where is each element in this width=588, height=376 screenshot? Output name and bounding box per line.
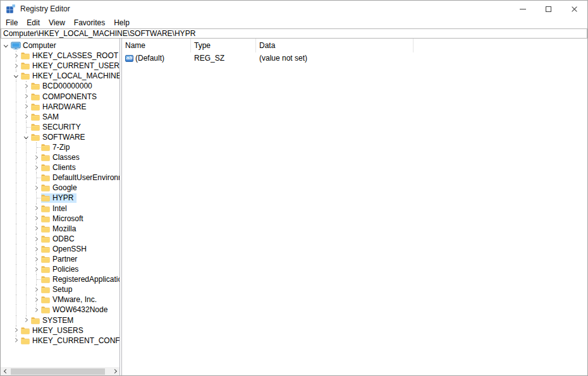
tree-item[interactable]: SAM xyxy=(1,112,119,122)
chevron-right-icon[interactable] xyxy=(23,114,29,120)
chevron-right-icon[interactable] xyxy=(33,154,39,161)
expander-slot[interactable] xyxy=(31,284,41,294)
menu-help[interactable]: Help xyxy=(109,17,134,28)
tree-item[interactable]: Mozilla xyxy=(1,224,119,234)
column-header-data[interactable]: Data xyxy=(256,39,413,52)
tree-item[interactable]: SYSTEM xyxy=(1,315,119,325)
tree-item-content[interactable]: ODBC xyxy=(41,234,78,243)
expander-slot[interactable] xyxy=(31,203,41,214)
chevron-right-icon[interactable] xyxy=(33,306,39,313)
tree-horizontal-scrollbar[interactable] xyxy=(1,367,119,375)
scroll-right-button[interactable] xyxy=(111,367,119,375)
chevron-down-icon[interactable] xyxy=(13,73,19,79)
expander-slot[interactable] xyxy=(21,91,31,101)
tree-item-content[interactable]: Clients xyxy=(41,163,79,173)
chevron-right-icon[interactable] xyxy=(13,63,19,69)
menu-view[interactable]: View xyxy=(44,17,70,28)
minimize-button[interactable] xyxy=(510,1,536,17)
expander-slot[interactable] xyxy=(31,162,41,173)
tree-item-content[interactable]: HKEY_CURRENT_CONFIG xyxy=(21,336,120,345)
tree-item-content[interactable]: HKEY_CURRENT_USER xyxy=(21,61,120,71)
tree-item-content[interactable]: Microsoft xyxy=(41,214,87,223)
tree-item-content[interactable]: BCD00000000 xyxy=(31,82,95,91)
tree-item[interactable]: VMware, Inc. xyxy=(1,294,119,305)
chevron-right-icon[interactable] xyxy=(23,317,29,324)
expander-slot[interactable] xyxy=(31,224,41,234)
expander-slot[interactable] xyxy=(31,264,41,274)
chevron-right-icon[interactable] xyxy=(23,93,29,99)
tree-item[interactable]: HKEY_CLASSES_ROOT xyxy=(1,51,119,61)
tree-item-content[interactable]: DefaultUserEnvironment xyxy=(41,173,120,183)
tree-item[interactable]: RegisteredApplications xyxy=(1,274,119,284)
tree-item[interactable]: COMPONENTS xyxy=(1,91,119,101)
tree-item[interactable]: Intel xyxy=(1,203,119,214)
expander-slot[interactable] xyxy=(11,325,21,336)
expander-slot[interactable] xyxy=(21,132,31,142)
tree-item-content[interactable]: Google xyxy=(41,183,80,193)
chevron-right-icon[interactable] xyxy=(33,246,39,252)
tree-item-content[interactable]: SECURITY xyxy=(31,122,84,131)
chevron-right-icon[interactable] xyxy=(33,205,39,212)
expander-slot[interactable] xyxy=(31,305,41,315)
column-header-name[interactable]: Name xyxy=(122,39,191,52)
tree-item[interactable]: Clients xyxy=(1,162,119,173)
chevron-down-icon[interactable] xyxy=(3,42,9,49)
tree-item-content[interactable]: RegisteredApplications xyxy=(41,275,120,284)
chevron-right-icon[interactable] xyxy=(23,104,29,110)
menu-favorites[interactable]: Favorites xyxy=(70,17,109,28)
chevron-right-icon[interactable] xyxy=(33,215,39,222)
tree-item-content[interactable]: Partner xyxy=(41,255,80,264)
tree-item[interactable]: ODBC xyxy=(1,234,119,244)
chevron-right-icon[interactable] xyxy=(33,164,39,171)
tree-item[interactable]: Partner xyxy=(1,254,119,264)
tree-item-content[interactable]: SAM xyxy=(31,112,62,121)
close-button[interactable] xyxy=(561,1,587,17)
expander-slot[interactable] xyxy=(31,152,41,162)
tree-item[interactable]: Computer xyxy=(1,40,119,51)
expander-slot[interactable] xyxy=(21,81,31,91)
tree-item[interactable]: HKEY_USERS xyxy=(1,325,119,336)
tree-item-content[interactable]: HKEY_USERS xyxy=(21,325,87,335)
tree-item[interactable]: SOFTWARE xyxy=(1,132,119,142)
tree-item[interactable]: HYPR xyxy=(1,193,119,203)
expander-slot[interactable] xyxy=(31,183,41,193)
tree-item[interactable]: OpenSSH xyxy=(1,244,119,254)
tree-item[interactable]: Classes xyxy=(1,152,119,162)
expander-slot[interactable] xyxy=(31,244,41,254)
tree-item-content[interactable]: SYSTEM xyxy=(31,315,77,325)
scrollbar-thumb[interactable] xyxy=(11,368,105,375)
tree-item[interactable]: Microsoft xyxy=(1,214,119,224)
menu-file[interactable]: File xyxy=(1,17,22,28)
expander-slot[interactable] xyxy=(11,71,21,81)
expander-slot[interactable] xyxy=(1,40,11,51)
address-input[interactable] xyxy=(1,29,587,38)
chevron-right-icon[interactable] xyxy=(33,185,39,191)
column-header-type[interactable]: Type xyxy=(191,39,256,52)
scroll-left-button[interactable] xyxy=(1,367,9,375)
tree-item-content[interactable]: Computer xyxy=(11,41,59,51)
tree-item-content[interactable]: COMPONENTS xyxy=(31,92,100,101)
expander-slot[interactable] xyxy=(11,51,21,61)
tree-item-content[interactable]: HKEY_CLASSES_ROOT xyxy=(21,51,120,61)
chevron-right-icon[interactable] xyxy=(13,337,19,344)
tree-item-content[interactable]: Mozilla xyxy=(41,224,79,233)
tree-item-content[interactable]: OpenSSH xyxy=(41,244,90,253)
tree-item-content[interactable]: HARDWARE xyxy=(31,102,90,111)
expander-slot[interactable] xyxy=(31,254,41,264)
tree-item-content[interactable]: SOFTWARE xyxy=(31,132,89,142)
chevron-right-icon[interactable] xyxy=(13,327,19,334)
tree-item[interactable]: Policies xyxy=(1,264,119,274)
value-name-cell[interactable]: ab(Default) xyxy=(122,54,191,63)
chevron-right-icon[interactable] xyxy=(33,236,39,242)
expander-slot[interactable] xyxy=(31,234,41,244)
chevron-right-icon[interactable] xyxy=(33,226,39,232)
expander-slot[interactable] xyxy=(31,294,41,305)
menu-edit[interactable]: Edit xyxy=(22,17,44,28)
expander-slot[interactable] xyxy=(21,102,31,112)
chevron-right-icon[interactable] xyxy=(33,256,39,262)
value-row[interactable]: ab(Default)REG_SZ(value not set) xyxy=(122,52,587,64)
tree-item-content[interactable]: Intel xyxy=(41,203,70,213)
expander-slot[interactable] xyxy=(11,61,21,71)
chevron-right-icon[interactable] xyxy=(33,296,39,303)
expander-slot[interactable] xyxy=(21,315,31,325)
